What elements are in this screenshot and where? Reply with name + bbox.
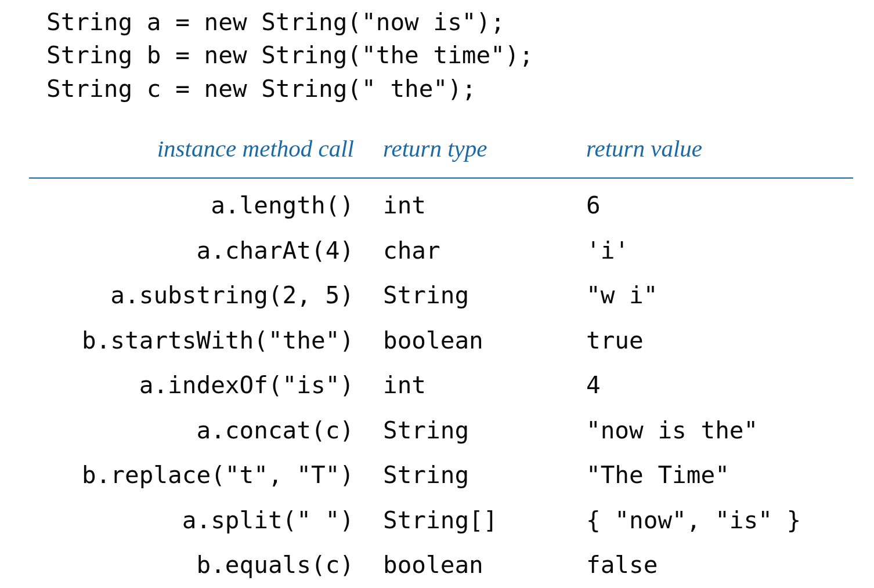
cell-call: a.indexOf("is") — [17, 363, 371, 408]
header-divider — [17, 173, 865, 183]
cell-value: false — [575, 543, 865, 588]
cell-type: boolean — [371, 543, 575, 588]
methods-table: instance method call return type return … — [17, 129, 865, 588]
table-row: a.concat(c) String "now is the" — [17, 408, 865, 453]
cell-call: a.charAt(4) — [17, 228, 371, 274]
code-block: String a = new String("now is"); String … — [46, 6, 862, 106]
header-return-type: return type — [371, 129, 575, 173]
cell-call: a.length() — [17, 183, 371, 228]
header-instance-method-call: instance method call — [17, 129, 371, 173]
divider-line — [29, 177, 853, 179]
table-row: a.indexOf("is") int 4 — [17, 363, 865, 408]
code-line: String a = new String("now is"); — [46, 6, 862, 39]
cell-call: b.startsWith("the") — [17, 318, 371, 364]
cell-type: boolean — [371, 318, 575, 364]
cell-value: "now is the" — [575, 408, 865, 453]
table-row: a.split(" ") String[] { "now", "is" } — [17, 498, 865, 543]
table-row: a.charAt(4) char 'i' — [17, 228, 865, 274]
cell-value: "The Time" — [575, 453, 865, 498]
header-return-value: return value — [575, 129, 865, 173]
table-row: a.substring(2, 5) String "w i" — [17, 273, 865, 318]
code-line: String c = new String(" the"); — [46, 72, 862, 106]
cell-call: b.replace("t", "T") — [17, 453, 371, 498]
table-row: a.length() int 6 — [17, 183, 865, 228]
cell-type: String — [371, 408, 575, 453]
cell-type: String — [371, 273, 575, 318]
cell-call: a.concat(c) — [17, 408, 371, 453]
code-line: String b = new String("the time"); — [46, 39, 862, 72]
cell-call: a.split(" ") — [17, 498, 371, 543]
cell-type: char — [371, 228, 575, 274]
cell-value: { "now", "is" } — [575, 498, 865, 543]
cell-type: int — [371, 183, 575, 228]
table-header-row: instance method call return type return … — [17, 129, 865, 173]
cell-value: 6 — [575, 183, 865, 228]
table-row: b.equals(c) boolean false — [17, 543, 865, 588]
cell-type: String[] — [371, 498, 575, 543]
cell-value: 4 — [575, 363, 865, 408]
cell-value: "w i" — [575, 273, 865, 318]
table-row: b.replace("t", "T") String "The Time" — [17, 453, 865, 498]
cell-type: int — [371, 363, 575, 408]
cell-call: b.equals(c) — [17, 543, 371, 588]
cell-type: String — [371, 453, 575, 498]
table-row: b.startsWith("the") boolean true — [17, 318, 865, 364]
cell-value: true — [575, 318, 865, 364]
cell-call: a.substring(2, 5) — [17, 273, 371, 318]
cell-value: 'i' — [575, 228, 865, 274]
